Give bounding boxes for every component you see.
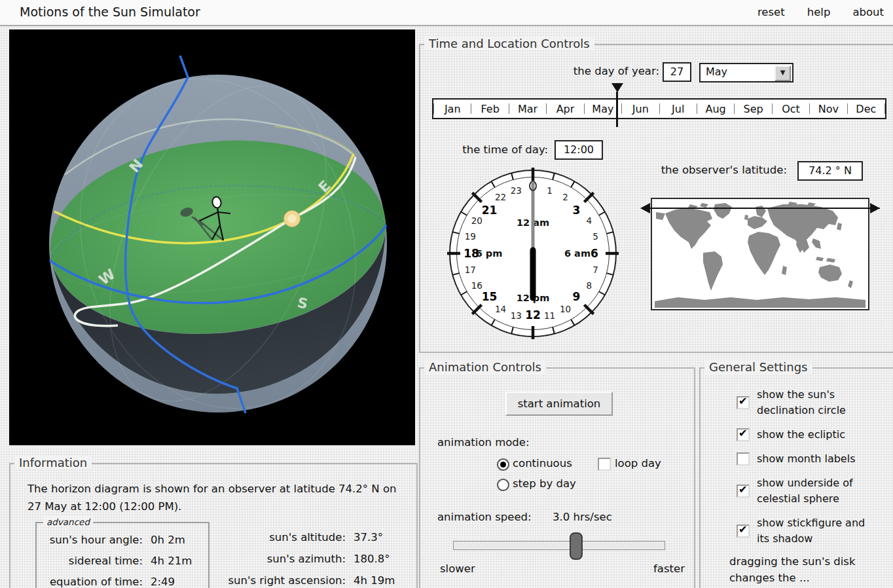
loop-day-checkbox[interactable] (598, 458, 611, 471)
setting-row-stickfigure: ✔ show stickfigure and its shadow (737, 515, 892, 547)
time-of-day-input[interactable]: 12:00 (555, 140, 603, 160)
clock-hour-number: 7 (592, 265, 598, 275)
app-header: Motions of the Sun Simulator reset help … (0, 0, 893, 26)
clock-hour-number: 6 (591, 247, 598, 260)
app-title: Motions of the Sun Simulator (20, 5, 200, 19)
declination-circle-checkbox[interactable]: ✔ (737, 396, 750, 409)
animation-legend: Animation Controls (424, 360, 546, 374)
sun-altitude-value: 37.3° (354, 531, 414, 543)
day-slider-thumb-icon[interactable] (611, 83, 623, 92)
clock-hour-number: 16 (471, 280, 483, 291)
advanced-group: advanced sun's hour angle: 0h 2m siderea… (35, 522, 210, 588)
month-dropdown[interactable]: May ▼ (699, 63, 793, 83)
celestial-sphere: N E W S (9, 29, 415, 445)
settings-checkbox-list: ✔ show the sun's declination circle ✔ sh… (737, 387, 892, 555)
clock-6pm-label: 6 pm (476, 248, 503, 259)
month-label-aug[interactable]: Aug (697, 103, 734, 115)
stickfigure-checkbox[interactable]: ✔ (737, 524, 750, 538)
animation-speed-label: animation speed: (437, 511, 532, 523)
general-settings-panel: General Settings ✔ show the sun's declin… (699, 367, 893, 588)
ecliptic-checkbox[interactable]: ✔ (737, 428, 750, 441)
check-icon: ✔ (738, 395, 747, 407)
continuous-label[interactable]: continuous (513, 457, 572, 469)
setting-label[interactable]: show month labels (757, 451, 878, 467)
month-label-jul[interactable]: Jul (660, 103, 697, 115)
month-label-dec[interactable]: Dec (848, 103, 884, 115)
clock-hour-number: 23 (511, 185, 522, 196)
clock-hour-number: 4 (586, 215, 592, 226)
step-by-day-label[interactable]: step by day (513, 477, 576, 490)
advanced-legend: advanced (43, 517, 93, 527)
month-label-apr[interactable]: Apr (547, 103, 583, 115)
time-of-day-label: the time of day: (420, 143, 548, 156)
clock-hour-number: 5 (592, 231, 598, 242)
sun-position-rows: sun's altitude: 37.3° sun's azimuth: 180… (217, 531, 414, 587)
month-label-oct[interactable]: Oct (773, 103, 809, 115)
sun-simulator-app: Motions of the Sun Simulator reset help … (0, 0, 893, 588)
about-link[interactable]: about (852, 6, 884, 18)
information-summary: The horizon diagram is shown for an obse… (27, 480, 407, 515)
sun-azimuth-label: sun's azimuth: (217, 553, 346, 565)
animation-panel: Animation Controls start animation anima… (419, 367, 695, 588)
speed-slider-thumb[interactable] (570, 532, 583, 560)
dropdown-arrow-icon[interactable]: ▼ (775, 65, 791, 81)
setting-label[interactable]: show stickfigure and its shadow (757, 515, 878, 547)
help-link[interactable]: help (807, 6, 831, 18)
setting-row-underside: ✔ show underside of celestial sphere (737, 475, 892, 507)
continents (655, 202, 866, 308)
check-icon: ✔ (738, 523, 747, 536)
latitude-input[interactable]: 74.2 ° N (797, 161, 863, 181)
clock-hour-number: 11 (544, 310, 555, 321)
month-label-sep[interactable]: Sep (735, 103, 771, 115)
setting-label[interactable]: show the ecliptic (757, 427, 878, 443)
latitude-line[interactable] (643, 208, 880, 209)
latitude-handle-right-icon[interactable] (870, 203, 880, 213)
sun-disk[interactable] (284, 211, 301, 227)
time-location-legend: Time and Location Controls (424, 37, 594, 50)
latitude-label: the observer's latitude: (617, 164, 787, 176)
time-clock[interactable]: 1234567891011121314151617181920212223 12… (445, 165, 621, 342)
header-links: reset help about (757, 6, 884, 18)
clock-hour-number: 13 (511, 310, 522, 321)
hour-angle-value: 0h 2m (151, 534, 200, 546)
day-of-year-label: the day of year: (486, 65, 659, 77)
clock-hour-number: 10 (560, 304, 571, 314)
clock-hour-number: 22 (495, 192, 506, 202)
hour-angle-label: sun's hour angle: (45, 534, 143, 546)
sun-altitude-label: sun's altitude: (217, 531, 346, 543)
setting-label[interactable]: show the sun's declination circle (757, 387, 878, 418)
month-label-jan[interactable]: Jan (434, 103, 471, 115)
day-of-year-slider[interactable]: JanFebMarAprMayJunJulAugSepOctNovDec (432, 98, 886, 119)
reset-link[interactable]: reset (757, 6, 785, 18)
start-animation-button[interactable]: start animation (505, 392, 613, 416)
clock-hour-number: 20 (471, 215, 483, 226)
step-by-day-radio[interactable] (497, 479, 509, 491)
world-map-image (652, 199, 868, 309)
month-label-feb[interactable]: Feb (471, 103, 508, 115)
faster-label: faster (653, 562, 685, 575)
setting-row-month-labels: show month labels (737, 451, 892, 467)
setting-label[interactable]: show underside of celestial sphere (757, 475, 878, 507)
clock-hour-number: 2 (562, 192, 568, 202)
speed-slider-track[interactable] (453, 541, 665, 550)
clock-minute-hand[interactable] (532, 183, 535, 253)
month-label-mar[interactable]: Mar (509, 103, 546, 115)
advanced-rows: sun's hour angle: 0h 2m sidereal time: 4… (37, 523, 208, 588)
animation-mode-label: animation mode: (437, 436, 530, 449)
underside-checkbox[interactable]: ✔ (737, 485, 750, 498)
information-legend: Information (14, 456, 92, 469)
clock-hour-number: 19 (465, 231, 476, 242)
latitude-handle-left-icon[interactable] (640, 203, 650, 213)
continuous-radio[interactable] (497, 458, 509, 471)
world-map[interactable] (651, 198, 869, 310)
day-slider-thumb-stem[interactable] (616, 92, 618, 127)
month-label-nov[interactable]: Nov (810, 103, 847, 115)
day-of-year-input[interactable]: 27 (663, 62, 691, 82)
month-labels-checkbox[interactable] (737, 452, 750, 466)
sidereal-time-label: sidereal time: (45, 555, 143, 567)
clock-hour-number: 1 (547, 185, 553, 196)
sidereal-time-value: 4h 21m (151, 555, 200, 567)
loop-day-label[interactable]: loop day (615, 457, 661, 469)
horizon-diagram-canvas[interactable]: N E W S (9, 29, 415, 445)
month-label-jun[interactable]: Jun (622, 103, 659, 115)
